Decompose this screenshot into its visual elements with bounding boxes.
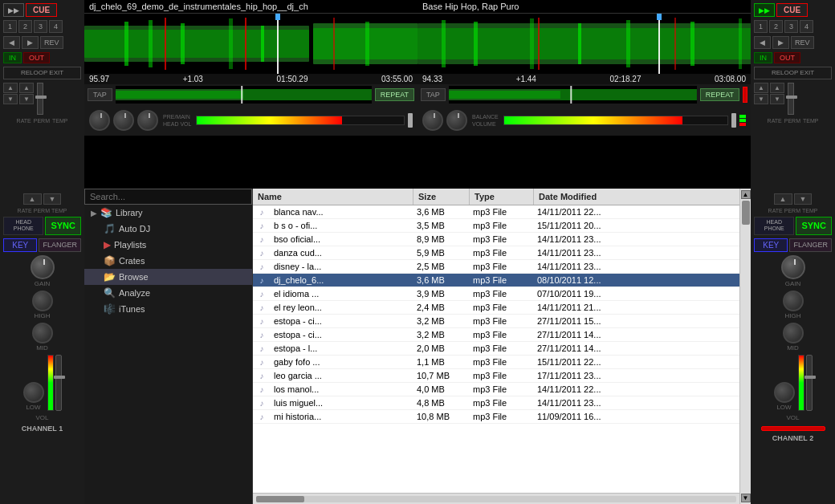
itunes-item[interactable]: 🎼 iTunes bbox=[84, 301, 252, 317]
deck1-knob1[interactable] bbox=[89, 110, 110, 131]
right-vol-fader[interactable] bbox=[806, 355, 813, 411]
deck2-btn3[interactable]: 3 bbox=[784, 20, 798, 33]
file-row[interactable]: ♪ los manol... 4,0 MB mp3 File 14/11/201… bbox=[253, 383, 739, 396]
right-mid-knob[interactable] bbox=[783, 323, 804, 343]
scroll-thumb[interactable] bbox=[742, 201, 750, 225]
deck1-knob3[interactable] bbox=[137, 110, 158, 131]
deck2-prev-button[interactable]: ◀ bbox=[754, 36, 771, 49]
crates-item[interactable]: 📦 Crates bbox=[84, 253, 252, 269]
left-down-arrow[interactable]: ▼ bbox=[43, 193, 62, 205]
deck1-reloop-button[interactable]: RELOOP EXIT bbox=[3, 67, 81, 79]
left-vol-fader[interactable] bbox=[55, 355, 62, 411]
h-scroll-track[interactable] bbox=[256, 496, 736, 502]
right-sync-button[interactable]: SYNC bbox=[796, 217, 832, 235]
deck1-in-button[interactable]: IN bbox=[3, 52, 22, 63]
scroll-up-btn[interactable]: ▲ bbox=[741, 190, 751, 199]
file-row[interactable]: ♪ danza cud... 5,9 MB mp3 File 14/11/201… bbox=[253, 246, 739, 260]
right-up-arrow[interactable]: ▲ bbox=[774, 193, 792, 205]
browse-item[interactable]: 📂 Browse bbox=[84, 269, 252, 285]
deck1-rev-button[interactable]: REV bbox=[40, 36, 63, 49]
deck1-btn2[interactable]: 2 bbox=[18, 20, 32, 33]
deck1-pitch-up2[interactable]: ▲ bbox=[19, 83, 34, 93]
auto-dj-item[interactable]: 🎵 Auto DJ bbox=[84, 221, 252, 237]
deck1-next-button[interactable]: ▶ bbox=[22, 36, 39, 49]
left-low-knob[interactable] bbox=[23, 382, 44, 403]
file-row[interactable]: ♪ luis miguel... 4,8 MB mp3 File 14/11/2… bbox=[253, 396, 739, 410]
right-low-knob[interactable] bbox=[774, 382, 795, 403]
deck1-prev-button[interactable]: ◀ bbox=[3, 36, 20, 49]
deck1-cue-button[interactable]: CUE bbox=[26, 3, 57, 17]
deck2-rev-button[interactable]: REV bbox=[791, 36, 814, 49]
deck2-btn4[interactable]: 4 bbox=[800, 20, 813, 33]
deck1-btn4[interactable]: 4 bbox=[49, 20, 63, 33]
file-row[interactable]: ♪ el idioma ... 3,9 MB mp3 File 07/10/20… bbox=[253, 287, 739, 301]
right-flanger-button[interactable]: FLANGER bbox=[789, 238, 832, 252]
col-header-size[interactable]: Size bbox=[413, 189, 470, 205]
deck2-pitch-down2[interactable]: ▼ bbox=[770, 94, 784, 104]
col-header-name[interactable]: Name bbox=[253, 189, 413, 205]
left-key-button[interactable]: KEY bbox=[3, 238, 37, 252]
left-sync-button[interactable]: SYNC bbox=[45, 217, 81, 235]
deck1-pitch-up[interactable]: ▲ bbox=[3, 83, 18, 93]
deck2-out-button[interactable]: OUT bbox=[774, 52, 800, 63]
deck2-volume-thumb[interactable] bbox=[731, 113, 736, 128]
deck1-pitch-down[interactable]: ▼ bbox=[3, 94, 18, 104]
col-header-type[interactable]: Type bbox=[470, 189, 534, 205]
deck1-tap-button[interactable]: TAP bbox=[88, 88, 112, 101]
deck2-mini-waveform[interactable] bbox=[449, 86, 697, 104]
deck1-mini-waveform[interactable] bbox=[116, 86, 372, 104]
vertical-scrollbar[interactable]: ▲ ▼ bbox=[739, 189, 751, 504]
right-headphone-button[interactable]: HEAD PHONE bbox=[754, 217, 794, 235]
deck2-in-button[interactable]: IN bbox=[754, 52, 772, 63]
left-up-arrow[interactable]: ▲ bbox=[23, 193, 42, 205]
crossfader[interactable] bbox=[761, 426, 825, 431]
library-item[interactable]: ▶ 📚 Library bbox=[84, 205, 252, 221]
deck2-btn1[interactable]: 1 bbox=[754, 20, 768, 33]
deck1-volume-thumb[interactable] bbox=[408, 113, 413, 128]
deck2-volume-display[interactable] bbox=[503, 116, 728, 125]
deck1-out-button[interactable]: OUT bbox=[23, 52, 50, 63]
deck2-pitch-up2[interactable]: ▲ bbox=[770, 83, 784, 93]
left-mid-knob[interactable] bbox=[32, 323, 53, 343]
deck1-pitch-down2[interactable]: ▼ bbox=[19, 94, 34, 104]
file-row[interactable]: ♪ gaby fofo ... 1,1 MB mp3 File 15/11/20… bbox=[253, 356, 739, 369]
file-row[interactable]: ♪ b s o - ofi... 3,5 MB mp3 File 15/11/2… bbox=[253, 219, 739, 233]
horizontal-scrollbar[interactable] bbox=[253, 493, 739, 504]
deck2-pitch-down[interactable]: ▼ bbox=[754, 94, 768, 104]
playlists-item[interactable]: ▶ Playlists bbox=[84, 237, 252, 253]
deck2-knob1[interactable] bbox=[422, 110, 443, 131]
file-row[interactable]: ♪ estopa - ci... 3,2 MB mp3 File 27/11/2… bbox=[253, 315, 739, 328]
deck1-btn3[interactable]: 3 bbox=[34, 20, 47, 33]
left-high-knob[interactable] bbox=[32, 291, 53, 311]
file-row[interactable]: ♪ dj_chelo_6... 3,6 MB mp3 File 08/10/20… bbox=[253, 274, 739, 287]
deck1-play-button[interactable]: ▶▶ bbox=[3, 3, 24, 17]
deck2-cue-button[interactable]: CUE bbox=[776, 3, 808, 17]
file-row[interactable]: ♪ disney - la... 2,5 MB mp3 File 14/11/2… bbox=[253, 260, 739, 274]
search-input[interactable] bbox=[84, 189, 252, 205]
file-row[interactable]: ♪ leo garcia ... 10,7 MB mp3 File 17/11/… bbox=[253, 369, 739, 383]
deck2-repeat-button[interactable]: REPEAT bbox=[700, 88, 739, 101]
deck2-pitch-up[interactable]: ▲ bbox=[754, 83, 768, 93]
deck2-waveform-big[interactable] bbox=[418, 14, 751, 74]
col-header-date[interactable]: Date Modified bbox=[534, 189, 646, 205]
file-row[interactable]: ♪ mi historia... 10,8 MB mp3 File 11/09/… bbox=[253, 410, 739, 424]
deck2-pitch-fader[interactable] bbox=[788, 83, 794, 115]
right-high-knob[interactable] bbox=[783, 291, 804, 311]
deck2-knob2[interactable] bbox=[446, 110, 467, 131]
deck1-knob2[interactable] bbox=[113, 110, 134, 131]
left-gain-knob[interactable] bbox=[31, 255, 55, 279]
deck2-play-button[interactable]: ▶▶ bbox=[754, 3, 775, 17]
deck2-btn2[interactable]: 2 bbox=[769, 20, 783, 33]
deck1-waveform-big[interactable] bbox=[84, 14, 418, 74]
deck1-btn1[interactable]: 1 bbox=[3, 20, 17, 33]
right-gain-knob[interactable] bbox=[781, 255, 805, 279]
file-row[interactable]: ♪ el rey leon... 2,4 MB mp3 File 14/11/2… bbox=[253, 301, 739, 315]
file-row[interactable]: ♪ bso oficial... 8,9 MB mp3 File 14/11/2… bbox=[253, 233, 739, 246]
right-down-arrow[interactable]: ▼ bbox=[794, 193, 813, 205]
deck1-pitch-fader[interactable] bbox=[37, 83, 43, 115]
scroll-down-btn[interactable]: ▼ bbox=[741, 494, 751, 502]
deck2-next-button[interactable]: ▶ bbox=[772, 36, 789, 49]
analyze-item[interactable]: 🔍 Analyze bbox=[84, 285, 252, 301]
right-key-button[interactable]: KEY bbox=[754, 238, 788, 252]
file-row[interactable]: ♪ estopa - l... 2,0 MB mp3 File 27/11/20… bbox=[253, 342, 739, 356]
